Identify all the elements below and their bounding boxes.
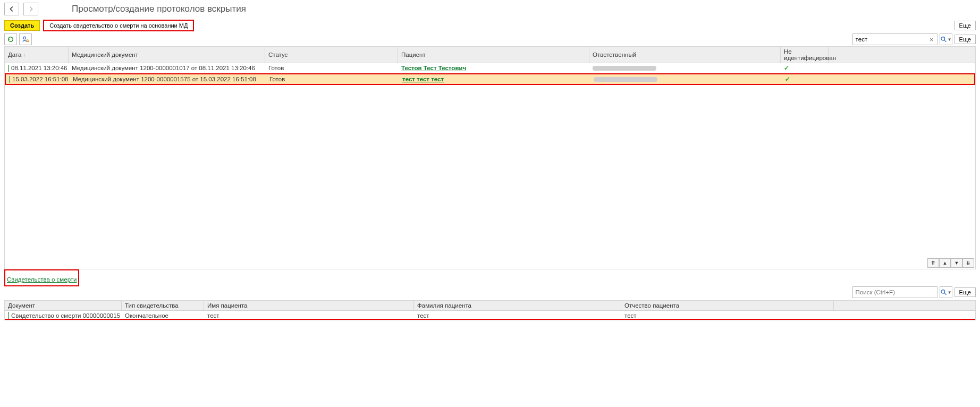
col-document[interactable]: Документ bbox=[5, 301, 122, 310]
more-label: Еще bbox=[959, 36, 971, 43]
col-unidentified[interactable]: Не идентифицирован bbox=[781, 47, 829, 63]
svg-point-2 bbox=[941, 37, 945, 41]
col-last-name[interactable]: Фамилия пациента bbox=[414, 301, 621, 310]
document-icon bbox=[9, 76, 10, 83]
svg-point-1 bbox=[27, 40, 29, 42]
nav-up-button[interactable]: ▲ bbox=[939, 258, 951, 268]
section-death-certs-highlight: Свидетельства о смерти bbox=[4, 269, 79, 286]
arrow-left-icon bbox=[8, 5, 15, 13]
nav-last-button[interactable]: ⇊ bbox=[962, 258, 974, 268]
person-search-icon bbox=[22, 36, 29, 43]
magnifier-icon bbox=[940, 36, 947, 43]
chevron-down-icon: ▼ bbox=[948, 290, 952, 295]
section-death-certs-link[interactable]: Свидетельства о смерти bbox=[7, 276, 77, 283]
col-cert-type[interactable]: Тип свидетельства bbox=[122, 301, 204, 310]
bottom-table-header: Документ Тип свидетельства Имя пациента … bbox=[5, 301, 975, 311]
table-row[interactable]: 15.03.2022 16:51:08 Медицинский документ… bbox=[5, 73, 975, 85]
more-button-bottom[interactable]: Еще bbox=[954, 287, 976, 297]
top-table: Дата ↓ Медицинский документ Статус Пацие… bbox=[4, 46, 976, 269]
search-button-top[interactable]: ▼ bbox=[940, 33, 952, 45]
magnifier-icon bbox=[940, 289, 947, 296]
clear-search-icon[interactable]: × bbox=[928, 36, 935, 44]
col-middle-name[interactable]: Отчество пациента bbox=[621, 301, 834, 310]
bottom-table: Документ Тип свидетельства Имя пациента … bbox=[4, 300, 976, 320]
document-icon bbox=[8, 312, 9, 319]
search-box-bottom[interactable] bbox=[852, 286, 937, 298]
arrow-right-icon bbox=[27, 5, 35, 13]
top-table-header: Дата ↓ Медицинский документ Статус Пацие… bbox=[5, 47, 975, 63]
filter-person-button[interactable] bbox=[19, 33, 32, 45]
sort-asc-icon: ↓ bbox=[23, 52, 26, 57]
search-button-bottom[interactable]: ▼ bbox=[940, 286, 952, 298]
svg-point-3 bbox=[941, 290, 945, 294]
refresh-icon bbox=[7, 36, 14, 43]
col-patient[interactable]: Пациент bbox=[398, 47, 589, 63]
more-label: Еще bbox=[959, 22, 971, 29]
search-input-top[interactable] bbox=[855, 35, 928, 44]
more-button-filter[interactable]: Еще bbox=[954, 35, 976, 44]
table-nav-mini: ⇈ ▲ ▼ ⇊ bbox=[927, 258, 974, 268]
col-responsible[interactable]: Ответственный bbox=[589, 47, 781, 63]
table-row[interactable]: 08.11.2021 13:20:46 Медицинский документ… bbox=[5, 63, 975, 73]
more-label: Еще bbox=[959, 289, 971, 295]
forward-button[interactable] bbox=[23, 3, 38, 15]
chevron-down-icon: ▼ bbox=[948, 37, 952, 42]
create-death-cert-button[interactable]: Создать свидетельство о смерти на основа… bbox=[43, 20, 194, 31]
patient-link[interactable]: Тестов Тест Тестович bbox=[401, 65, 466, 71]
col-md[interactable]: Медицинский документ bbox=[69, 47, 265, 63]
col-first-name[interactable]: Имя пациента bbox=[204, 301, 414, 310]
page-title: Просмотр/создание протоколов вскрытия bbox=[72, 4, 246, 14]
nav-down-button[interactable]: ▼ bbox=[951, 258, 962, 268]
refresh-button[interactable] bbox=[4, 33, 17, 45]
col-date[interactable]: Дата ↓ bbox=[5, 47, 69, 63]
document-icon bbox=[8, 65, 9, 72]
search-box-top[interactable]: × bbox=[852, 33, 937, 45]
check-icon: ✓ bbox=[782, 74, 830, 84]
create-button[interactable]: Создать bbox=[4, 20, 40, 31]
table-row[interactable]: Свидетельство о смерти 00000000015 от 15… bbox=[5, 311, 975, 320]
responsible-hidden bbox=[594, 77, 657, 82]
responsible-hidden bbox=[593, 66, 656, 71]
more-button-top[interactable]: Еще bbox=[954, 21, 976, 30]
svg-point-0 bbox=[23, 37, 26, 39]
back-button[interactable] bbox=[4, 3, 19, 15]
check-icon: ✓ bbox=[781, 63, 829, 73]
nav-first-button[interactable]: ⇈ bbox=[927, 258, 939, 268]
col-status[interactable]: Статус bbox=[265, 47, 398, 63]
patient-link[interactable]: тест тест тест bbox=[402, 76, 444, 82]
search-input-bottom[interactable] bbox=[855, 288, 935, 296]
